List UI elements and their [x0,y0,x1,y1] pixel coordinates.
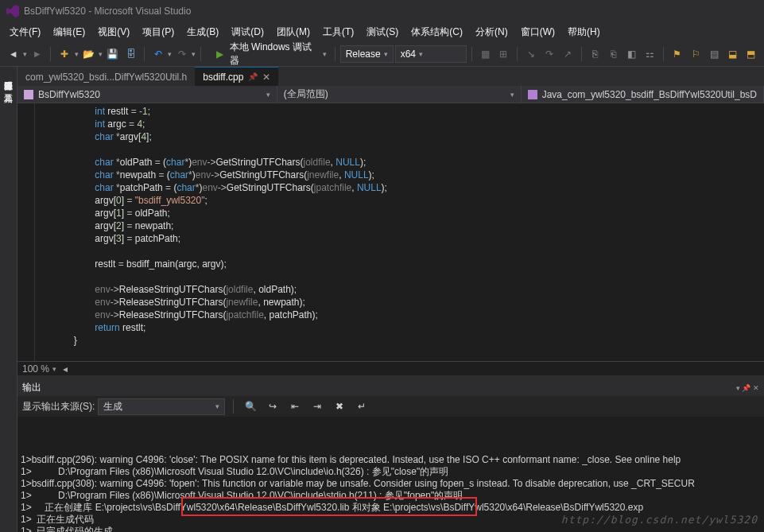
step-over-icon[interactable]: ↷ [541,45,557,63]
config-dropdown[interactable]: Release▾ [340,45,394,63]
pin-icon[interactable]: 📌 [248,72,258,81]
new-project-button[interactable]: ✚ [56,45,72,63]
menu-team[interactable]: 团队(M) [270,24,316,41]
close-icon[interactable]: ✕ [262,72,270,83]
toolbar: ◄▾ ► ✚▾ 📂▾ 💾 🗄 ↶▾ ↷▾ ▶ 本地 Windows 调试器▾ R… [0,41,764,67]
output-source-dropdown[interactable]: 生成▾ [98,398,225,415]
autohide-icon[interactable]: ▾ 📌 ✕ [736,384,759,392]
save-button[interactable]: 💾 [104,45,121,63]
nav-back-button[interactable]: ◄ [5,45,21,63]
tb-icon-c[interactable]: ◧ [623,45,640,63]
menu-debug[interactable]: 调试(D) [225,24,270,41]
start-debug-button[interactable]: ▶ [211,45,227,63]
redo-button[interactable]: ↷ [173,45,190,63]
tb-icon-d[interactable]: ⚏ [642,45,658,63]
output-next-icon[interactable]: ⇥ [308,398,326,415]
menu-file[interactable]: 文件(F) [3,24,47,41]
tb-icon-f[interactable]: ⚐ [687,45,704,63]
tb-icon-e[interactable]: ⚑ [669,45,685,63]
nav-scope-dropdown[interactable]: (全局范围)▾ [277,86,522,103]
tb-icon-h[interactable]: ⬓ [724,45,741,63]
window-title: BsDiffYwl5320 - Microsoft Visual Studio [24,6,191,17]
function-icon [528,90,537,99]
watermark: http://blog.csdn.net/ywl5320 [561,514,758,526]
output-clear-icon[interactable]: ✖ [331,398,348,415]
tb-icon-1[interactable]: ▦ [477,45,494,63]
output-header[interactable]: 输出 ▾ 📌 ✕ [17,379,764,396]
server-explorer-tab[interactable]: 服务器资源管理器 [1,70,16,80]
output-wrap-icon[interactable]: ↵ [353,398,370,415]
output-panel: 输出 ▾ 📌 ✕ 显示输出来源(S): 生成▾ 🔍 ↪ ⇤ ⇥ ✖ ↵ [17,375,764,532]
zoom-level[interactable]: 100 % [22,363,49,375]
menubar: 文件(F) 编辑(E) 视图(V) 项目(P) 生成(B) 调试(D) 团队(M… [0,22,764,41]
nav-func-dropdown[interactable]: Java_com_ywl5320_bsdiff_BsDiffYwl5320Uti… [522,86,764,103]
tab-header-file[interactable]: com_ywl5320_bsdi...DiffYwl5320Util.h [17,67,195,86]
tb-icon-i[interactable]: ⬒ [743,45,759,63]
save-all-button[interactable]: 🗄 [122,45,139,63]
nav-bar: BsDiffYwl5320 ▾ (全局范围)▾ Java_com_ywl5320… [17,86,764,103]
nav-project-dropdown[interactable]: BsDiffYwl5320 ▾ [17,86,277,103]
editor-status: 100 % ▾ ◂ [17,361,764,375]
menu-analyze[interactable]: 分析(N) [469,24,514,41]
open-button[interactable]: 📂 [80,45,97,63]
highlight-box [181,497,477,516]
titlebar: BsDiffYwl5320 - Microsoft Visual Studio [0,0,764,22]
output-prev-icon[interactable]: ⇤ [286,398,304,415]
debugger-label[interactable]: 本地 Windows 调试器 [230,41,318,68]
gutter [17,103,35,361]
side-toolwindows: 服务器资源管理器 工具箱 [0,67,17,532]
menu-tools[interactable]: 工具(T) [316,24,360,41]
tb-icon-b[interactable]: ⎗ [605,45,622,63]
output-find-icon[interactable]: 🔍 [242,398,259,415]
tab-bsdiff-cpp[interactable]: bsdiff.cpp 📌 ✕ [195,67,278,86]
fold-margin [35,103,45,361]
svg-rect-0 [24,90,33,99]
tb-icon-2[interactable]: ⊞ [495,45,512,63]
output-source-label: 显示输出来源(S): [22,400,95,414]
output-goto-icon[interactable]: ↪ [264,398,281,415]
code-editor[interactable]: int restlt = -1; int argc = 4; char *arg… [17,103,764,361]
vs-logo-icon [6,5,19,17]
menu-window[interactable]: 窗口(W) [514,24,561,41]
menu-arch[interactable]: 体系结构(C) [405,24,469,41]
platform-dropdown[interactable]: x64▾ [395,45,467,63]
nav-fwd-button[interactable]: ► [29,45,45,63]
toolbox-tab[interactable]: 工具箱 [1,83,16,92]
menu-edit[interactable]: 编辑(E) [47,24,91,41]
tb-icon-g[interactable]: ▤ [706,45,723,63]
menu-build[interactable]: 生成(B) [180,24,225,41]
menu-view[interactable]: 视图(V) [91,24,136,41]
svg-rect-1 [528,90,537,99]
project-icon [24,90,33,99]
step-into-icon[interactable]: ↘ [522,45,539,63]
step-out-icon[interactable]: ↗ [559,45,576,63]
undo-button[interactable]: ↶ [149,45,166,63]
menu-test[interactable]: 测试(S) [360,24,405,41]
menu-help[interactable]: 帮助(H) [561,24,607,41]
editor-tabs: com_ywl5320_bsdi...DiffYwl5320Util.h bsd… [17,67,764,86]
tb-icon-a[interactable]: ⎘ [587,45,603,63]
menu-project[interactable]: 项目(P) [136,24,180,41]
